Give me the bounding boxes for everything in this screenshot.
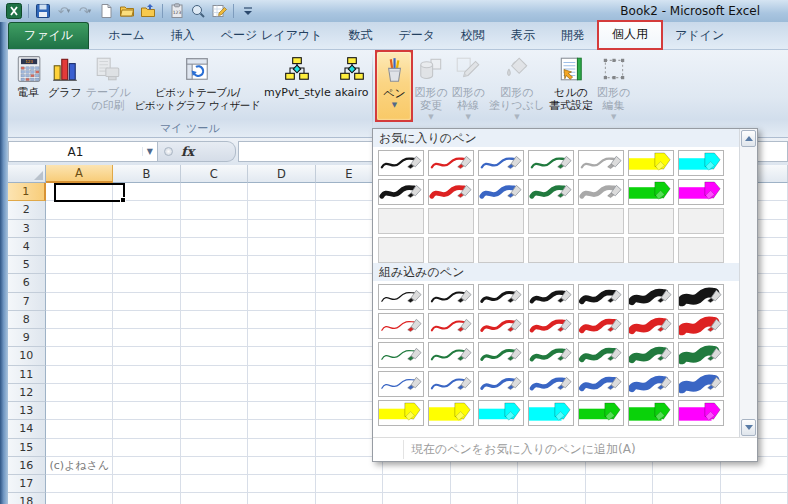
pen-swatch-blue[interactable] <box>478 179 524 205</box>
cell-D5[interactable] <box>248 256 316 274</box>
pen-swatch-green[interactable] <box>578 342 624 368</box>
pen-swatch-green[interactable] <box>478 342 524 368</box>
row-header-15[interactable]: 15 <box>8 439 46 457</box>
pen-swatch-blue[interactable] <box>578 371 624 397</box>
cell-E17[interactable] <box>316 475 384 493</box>
tab-view[interactable]: 表示 <box>498 23 548 49</box>
qat-more-button[interactable] <box>239 3 257 20</box>
cell-A12[interactable] <box>46 384 114 402</box>
cell-B11[interactable] <box>113 366 181 384</box>
format-cells-button[interactable]: セルの 書式設定 <box>547 51 595 121</box>
cell-B8[interactable] <box>113 311 181 329</box>
row-header-1[interactable]: 1 <box>8 183 46 201</box>
pen-swatch-green[interactable] <box>428 342 474 368</box>
add-to-favorites-item[interactable]: 現在のペンをお気に入りのペンに追加(A) <box>373 437 757 461</box>
pen-swatch-black[interactable] <box>578 284 624 310</box>
mypvt-style-button[interactable]: myPvt_style <box>262 51 333 121</box>
cell-A17[interactable] <box>46 475 114 493</box>
cell-A1[interactable] <box>46 183 114 201</box>
cell-A7[interactable] <box>46 293 114 311</box>
row-header-2[interactable]: 2 <box>8 201 46 219</box>
pen-swatch-black[interactable] <box>628 284 674 310</box>
highlighter-swatch-magenta[interactable] <box>678 400 724 426</box>
cell-A15[interactable] <box>46 439 114 457</box>
pen-swatch-red[interactable] <box>578 313 624 339</box>
pen-swatch-red[interactable] <box>378 313 424 339</box>
tab-data[interactable]: データ <box>385 23 448 49</box>
pen-swatch-black[interactable] <box>378 150 424 176</box>
cell-A14[interactable] <box>46 420 114 438</box>
calculator-button[interactable]: 123電卓 <box>10 51 46 121</box>
pen-swatch-blue[interactable] <box>478 150 524 176</box>
pen-swatch-green[interactable] <box>528 179 574 205</box>
highlighter-swatch-lime[interactable] <box>628 400 674 426</box>
cell-B10[interactable] <box>113 347 181 365</box>
highlighter-swatch-cyan[interactable] <box>478 400 524 426</box>
pen-swatch-red[interactable] <box>428 313 474 339</box>
cell-A2[interactable] <box>46 201 114 219</box>
name-box[interactable]: A1 ▼ <box>8 141 158 162</box>
cell-J17[interactable] <box>653 475 721 493</box>
row-header-10[interactable]: 10 <box>8 347 46 365</box>
row-header-16[interactable]: 16 <box>8 457 46 475</box>
column-header-A[interactable]: A <box>46 165 113 183</box>
cell-D17[interactable] <box>248 475 316 493</box>
pen-swatch-red[interactable] <box>428 150 474 176</box>
pen-swatch-gray[interactable] <box>578 150 624 176</box>
pen-swatch-red[interactable] <box>478 313 524 339</box>
tab-file[interactable]: ファイル <box>8 22 89 49</box>
cell-A18[interactable] <box>46 493 114 504</box>
column-header-B[interactable]: B <box>113 165 180 183</box>
cell-C6[interactable] <box>181 274 249 292</box>
pen-swatch-blue[interactable] <box>378 371 424 397</box>
cell-C8[interactable] <box>181 311 249 329</box>
new-document-button[interactable] <box>97 3 115 20</box>
column-header-D[interactable]: D <box>248 165 315 183</box>
cell-K18[interactable] <box>721 493 788 504</box>
cell-C17[interactable] <box>181 475 249 493</box>
cell-B5[interactable] <box>113 256 181 274</box>
cell-A16[interactable]: (c)よねさん <box>46 457 114 475</box>
cell-H17[interactable] <box>518 475 586 493</box>
tab-page-layout[interactable]: ページ レイアウト <box>208 23 336 49</box>
tab-insert[interactable]: 挿入 <box>158 23 208 49</box>
cell-G18[interactable] <box>451 493 519 504</box>
pen-swatch-green[interactable] <box>378 342 424 368</box>
pen-swatch-blue[interactable] <box>628 371 674 397</box>
row-header-4[interactable]: 4 <box>8 238 46 256</box>
insert-function-button[interactable]: fx <box>181 144 194 159</box>
cell-D15[interactable] <box>248 439 316 457</box>
column-header-C[interactable]: C <box>181 165 248 183</box>
row-header-14[interactable]: 14 <box>8 420 46 438</box>
cell-C18[interactable] <box>181 493 249 504</box>
cell-C11[interactable] <box>181 366 249 384</box>
cell-D11[interactable] <box>248 366 316 384</box>
cell-F17[interactable] <box>383 475 451 493</box>
pen-swatch-blue[interactable] <box>678 371 724 397</box>
cell-A4[interactable] <box>46 238 114 256</box>
formula-bar-handle[interactable] <box>164 147 173 156</box>
pen-button[interactable]: ペン▼ <box>376 51 412 121</box>
cell-I17[interactable] <box>586 475 654 493</box>
cell-C1[interactable] <box>181 183 249 201</box>
cell-D4[interactable] <box>248 238 316 256</box>
scroll-up-button[interactable] <box>741 130 756 147</box>
cell-C4[interactable] <box>181 238 249 256</box>
cell-D10[interactable] <box>248 347 316 365</box>
cell-B12[interactable] <box>113 384 181 402</box>
pen-swatch-blue[interactable] <box>428 371 474 397</box>
cell-A13[interactable] <box>46 402 114 420</box>
cell-C10[interactable] <box>181 347 249 365</box>
cell-B17[interactable] <box>113 475 181 493</box>
cell-F18[interactable] <box>383 493 451 504</box>
cell-B16[interactable] <box>113 457 181 475</box>
pen-swatch-green[interactable] <box>678 342 724 368</box>
cell-D14[interactable] <box>248 420 316 438</box>
cell-D1[interactable] <box>248 183 316 201</box>
cell-B15[interactable] <box>113 439 181 457</box>
cell-J18[interactable] <box>653 493 721 504</box>
cell-A10[interactable] <box>46 347 114 365</box>
pen-swatch-red[interactable] <box>528 313 574 339</box>
cell-C16[interactable] <box>181 457 249 475</box>
pen-swatch-gray[interactable] <box>578 179 624 205</box>
